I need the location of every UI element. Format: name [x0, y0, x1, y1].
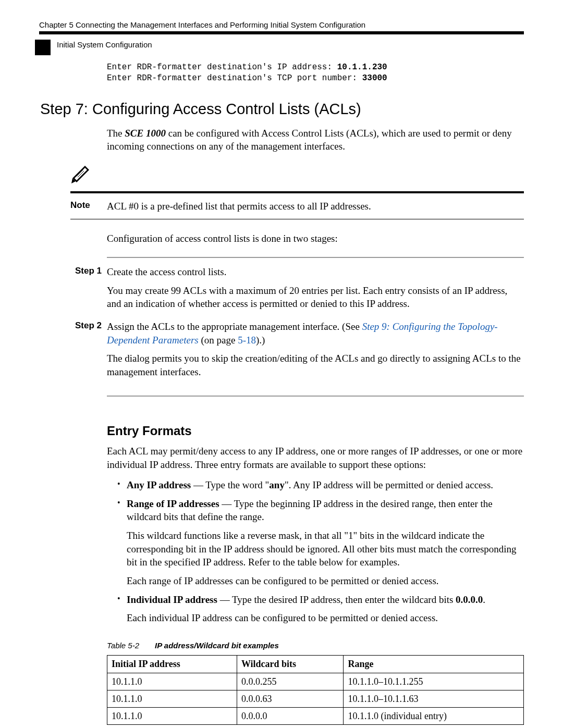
- table-row: 10.1.1.0 0.0.0.63 10.1.1.0–10.1.1.63: [107, 690, 524, 707]
- table-number: Table 5-2: [107, 641, 139, 650]
- li1-text-a: — Type the word ": [191, 479, 269, 490]
- list-item: Any IP address — Type the word "any". An…: [117, 478, 524, 492]
- intro-pre: The: [107, 128, 125, 139]
- li2-p2: This wildcard functions like a reverse m…: [127, 529, 524, 569]
- step-2-label: Step 2: [70, 320, 107, 384]
- running-header: Chapter 5 Connecting the Management Inte…: [39, 20, 524, 34]
- cell: 0.0.0.63: [237, 690, 344, 707]
- sub-header: Initial System Configuration: [39, 40, 524, 50]
- page-title: Step 7: Configuring Access Control Lists…: [40, 99, 524, 119]
- note-label: Note: [70, 200, 107, 213]
- cell: 10.1.1.0–10.1.1.255: [344, 673, 524, 690]
- step-2-row: Step 2 Assign the ACLs to the appropriat…: [70, 320, 524, 384]
- code-line1-value: 10.1.1.230: [337, 63, 387, 72]
- step-1-p1: Create the access control lists.: [107, 265, 524, 279]
- table-caption: Table 5-2IP address/Wildcard bit example…: [107, 640, 524, 651]
- cell: 10.1.1.0: [107, 708, 237, 725]
- li2-p3: Each range of IP addresses can be config…: [127, 574, 524, 588]
- code-line2-label: Enter RDR-formatter destination's TCP po…: [107, 73, 362, 83]
- step-2-post: ).): [256, 335, 265, 346]
- cell: 0.0.0.0: [237, 708, 344, 725]
- cell: 10.1.1.0 (individual entry): [344, 708, 524, 725]
- li1-text-c: ". Any IP address will be permitted or d…: [285, 479, 493, 490]
- step-1-p2: You may create 99 ACLs with a maximum of…: [107, 284, 524, 311]
- li3-text-b: 0.0.0.0: [456, 594, 483, 605]
- step-1-label: Step 1: [70, 265, 107, 316]
- entry-intro: Each ACL may permit/deny access to any I…: [107, 445, 524, 471]
- li1-label: Any IP address: [127, 479, 191, 490]
- li3-text-a: — Type the desired IP address, then ente…: [217, 594, 456, 605]
- list-item: Individual IP address — Type the desired…: [117, 593, 524, 625]
- entry-formats-list: Any IP address — Type the word "any". An…: [117, 478, 524, 625]
- list-item: Range of IP addresses — Type the beginni…: [117, 497, 524, 588]
- header-section: Initial System Configuration: [39, 40, 524, 50]
- code-sample: Enter RDR-formatter destination's IP add…: [107, 62, 524, 84]
- table-row: 10.1.1.0 0.0.0.255 10.1.1.0–10.1.1.255: [107, 673, 524, 690]
- li3-label: Individual IP address: [127, 594, 217, 605]
- code-line1-label: Enter RDR-formatter destination's IP add…: [107, 63, 337, 72]
- step-2-p1: Assign the ACLs to the appropriate manag…: [107, 320, 524, 347]
- wildcard-examples-table: Initial IP address Wildcard bits Range 1…: [107, 655, 524, 725]
- li3-text-c: .: [483, 594, 485, 605]
- intro-paragraph: The SCE 1000 can be configured with Acce…: [107, 127, 524, 153]
- step-2-p2: The dialog permits you to skip the creat…: [107, 352, 524, 378]
- note-text: ACL #0 is a pre-defined list that permit…: [107, 200, 524, 213]
- entry-formats-heading: Entry Formats: [107, 423, 524, 439]
- intro-device: SCE 1000: [125, 128, 166, 139]
- cell: 0.0.0.255: [237, 673, 344, 690]
- config-intro: Configuration of access control lists is…: [107, 232, 524, 245]
- li1-text-b: any: [269, 479, 285, 490]
- cell: 10.1.1.0–10.1.1.63: [344, 690, 524, 707]
- cell: 10.1.1.0: [107, 690, 237, 707]
- th-initial-ip: Initial IP address: [107, 656, 237, 673]
- step-2-mid: (on page: [199, 335, 238, 346]
- cell: 10.1.1.0: [107, 673, 237, 690]
- note-block: Note ACL #0 is a pre-defined list that p…: [39, 164, 524, 219]
- table-row: 10.1.1.0 0.0.0.0 10.1.1.0 (individual en…: [107, 708, 524, 725]
- intro-post: can be configured with Access Control Li…: [107, 128, 512, 152]
- th-range: Range: [344, 656, 524, 673]
- note-icon: [70, 164, 91, 184]
- step-rule-top: [107, 257, 524, 258]
- code-line2-value: 33000: [362, 73, 387, 83]
- note-rule-top: [70, 191, 524, 193]
- step-1-row: Step 1 Create the access control lists. …: [70, 265, 524, 316]
- li3-p2: Each individual IP address can be config…: [127, 611, 524, 625]
- header-ornament: [35, 40, 51, 55]
- table-title: IP address/Wildcard bit examples: [155, 641, 279, 650]
- table-header-row: Initial IP address Wildcard bits Range: [107, 656, 524, 673]
- header-chapter: Chapter 5 Connecting the Management Inte…: [39, 20, 365, 30]
- note-rule-bottom: [70, 219, 524, 219]
- step-2-pre: Assign the ACLs to the appropriate manag…: [107, 321, 362, 332]
- step-rule-bottom: [107, 396, 524, 397]
- li2-label: Range of IP addresses: [127, 498, 219, 509]
- th-wildcard: Wildcard bits: [237, 656, 344, 673]
- step-2-pageref: 5-18: [238, 335, 256, 346]
